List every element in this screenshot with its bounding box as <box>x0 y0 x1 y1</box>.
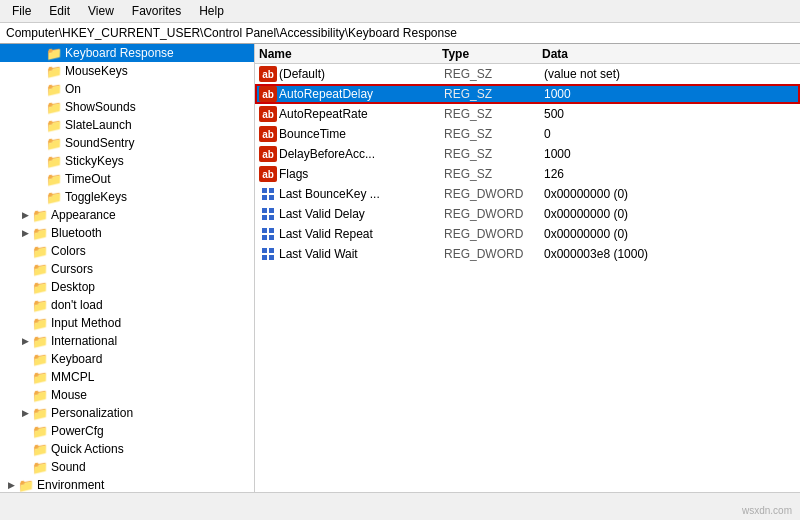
reg-icon-bouncetime: ab <box>259 126 277 142</box>
reg-icon-flags: ab <box>259 166 277 182</box>
tree-item-stickykeys[interactable]: 📁StickyKeys <box>0 152 254 170</box>
tree-item-sound[interactable]: 📁Sound <box>0 458 254 476</box>
tree-label-cursors: Cursors <box>51 262 93 276</box>
tree-item-cursors[interactable]: 📁Cursors <box>0 260 254 278</box>
reg-name-flags: Flags <box>279 167 444 181</box>
folder-icon-togglekeys: 📁 <box>46 190 62 204</box>
tree-item-desktop[interactable]: 📁Desktop <box>0 278 254 296</box>
tree-label-colors: Colors <box>51 244 86 258</box>
folder-icon-personalization: 📁 <box>32 406 48 420</box>
folder-icon-desktop: 📁 <box>32 280 48 294</box>
svg-rect-13 <box>269 248 274 253</box>
tree-item-mmcpl[interactable]: 📁MMCPL <box>0 368 254 386</box>
folder-icon-environment: 📁 <box>18 478 34 492</box>
reg-name-lastvaliddelay: Last Valid Delay <box>279 207 444 221</box>
reg-name-lastvalidwait: Last Valid Wait <box>279 247 444 261</box>
reg-icon-lastvalidrepeat <box>259 226 277 242</box>
tree-panel[interactable]: 📁Keyboard Response📁MouseKeys📁On📁ShowSoun… <box>0 44 255 492</box>
tree-item-bluetooth[interactable]: 📁Bluetooth <box>0 224 254 242</box>
tree-label-keyboard: Keyboard <box>51 352 102 366</box>
tree-item-quickactions[interactable]: 📁Quick Actions <box>0 440 254 458</box>
tree-item-international[interactable]: 📁International <box>0 332 254 350</box>
reg-row-lastvaliddelay[interactable]: Last Valid DelayREG_DWORD0x00000000 (0) <box>255 204 800 224</box>
tree-label-slatelaunch: SlateLaunch <box>65 118 132 132</box>
folder-icon-mouse: 📁 <box>32 388 48 402</box>
tree-item-showsounds[interactable]: 📁ShowSounds <box>0 98 254 116</box>
tree-item-on[interactable]: 📁On <box>0 80 254 98</box>
folder-icon-stickykeys: 📁 <box>46 154 62 168</box>
registry-panel: Name Type Data ab(Default)REG_SZ(value n… <box>255 44 800 492</box>
reg-icon-default: ab <box>259 66 277 82</box>
reg-name-lastvalidrepeat: Last Valid Repeat <box>279 227 444 241</box>
tree-label-bluetooth: Bluetooth <box>51 226 102 240</box>
registry-rows: ab(Default)REG_SZ(value not set)abAutoRe… <box>255 64 800 264</box>
reg-type-flags: REG_SZ <box>444 167 544 181</box>
tree-label-environment: Environment <box>37 478 104 492</box>
svg-rect-6 <box>262 215 267 220</box>
menu-file[interactable]: File <box>4 2 39 20</box>
tree-label-on: On <box>65 82 81 96</box>
tree-item-powercfg[interactable]: 📁PowerCfg <box>0 422 254 440</box>
reg-row-lastbouncekey[interactable]: Last BounceKey ...REG_DWORD0x00000000 (0… <box>255 184 800 204</box>
tree-label-quickactions: Quick Actions <box>51 442 124 456</box>
col-header-name: Name <box>259 47 442 61</box>
expand-arrow-bluetooth[interactable] <box>18 228 32 238</box>
menu-favorites[interactable]: Favorites <box>124 2 189 20</box>
reg-icon-autorepeatdelay: ab <box>259 86 277 102</box>
tree-item-appearance[interactable]: 📁Appearance <box>0 206 254 224</box>
tree-item-togglekeys[interactable]: 📁ToggleKeys <box>0 188 254 206</box>
tree-item-mousekeys[interactable]: 📁MouseKeys <box>0 62 254 80</box>
tree-item-personalization[interactable]: 📁Personalization <box>0 404 254 422</box>
tree-item-mouse[interactable]: 📁Mouse <box>0 386 254 404</box>
tree-label-keyboard-response: Keyboard Response <box>65 46 174 60</box>
folder-icon-on: 📁 <box>46 82 62 96</box>
folder-icon-quickactions: 📁 <box>32 442 48 456</box>
folder-icon-international: 📁 <box>32 334 48 348</box>
expand-arrow-personalization[interactable] <box>18 408 32 418</box>
tree-item-dontload[interactable]: 📁don't load <box>0 296 254 314</box>
statusbar <box>0 492 800 512</box>
menu-edit[interactable]: Edit <box>41 2 78 20</box>
main-content: 📁Keyboard Response📁MouseKeys📁On📁ShowSoun… <box>0 44 800 492</box>
tree-item-keyboard-response[interactable]: 📁Keyboard Response <box>0 44 254 62</box>
reg-row-autorepeatdelay[interactable]: abAutoRepeatDelayREG_SZ1000 <box>255 84 800 104</box>
menubar: File Edit View Favorites Help <box>0 0 800 23</box>
reg-icon-delaybeforeacc: ab <box>259 146 277 162</box>
svg-rect-1 <box>269 188 274 193</box>
reg-row-autorepeatrate[interactable]: abAutoRepeatRateREG_SZ500 <box>255 104 800 124</box>
expand-arrow-appearance[interactable] <box>18 210 32 220</box>
tree-item-inputmethod[interactable]: 📁Input Method <box>0 314 254 332</box>
menu-view[interactable]: View <box>80 2 122 20</box>
reg-name-lastbouncekey: Last BounceKey ... <box>279 187 444 201</box>
menu-help[interactable]: Help <box>191 2 232 20</box>
folder-icon-mousekeys: 📁 <box>46 64 62 78</box>
tree-item-timeout[interactable]: 📁TimeOut <box>0 170 254 188</box>
addressbar: Computer\HKEY_CURRENT_USER\Control Panel… <box>0 23 800 44</box>
reg-row-default[interactable]: ab(Default)REG_SZ(value not set) <box>255 64 800 84</box>
tree-item-soundsentry[interactable]: 📁SoundSentry <box>0 134 254 152</box>
tree-label-mouse: Mouse <box>51 388 87 402</box>
reg-row-bouncetime[interactable]: abBounceTimeREG_SZ0 <box>255 124 800 144</box>
tree-item-environment[interactable]: 📁Environment <box>0 476 254 492</box>
tree-item-slatelaunch[interactable]: 📁SlateLaunch <box>0 116 254 134</box>
expand-arrow-environment[interactable] <box>4 480 18 490</box>
tree-label-timeout: TimeOut <box>65 172 111 186</box>
reg-data-autorepeatrate: 500 <box>544 107 796 121</box>
tree-item-colors[interactable]: 📁Colors <box>0 242 254 260</box>
expand-arrow-international[interactable] <box>18 336 32 346</box>
reg-type-bouncetime: REG_SZ <box>444 127 544 141</box>
svg-rect-11 <box>269 235 274 240</box>
reg-name-autorepeatrate: AutoRepeatRate <box>279 107 444 121</box>
reg-data-bouncetime: 0 <box>544 127 796 141</box>
tree-label-stickykeys: StickyKeys <box>65 154 124 168</box>
reg-data-lastvaliddelay: 0x00000000 (0) <box>544 207 796 221</box>
folder-icon-colors: 📁 <box>32 244 48 258</box>
reg-row-flags[interactable]: abFlagsREG_SZ126 <box>255 164 800 184</box>
folder-icon-soundsentry: 📁 <box>46 136 62 150</box>
reg-row-lastvalidwait[interactable]: Last Valid WaitREG_DWORD0x000003e8 (1000… <box>255 244 800 264</box>
tree-item-keyboard[interactable]: 📁Keyboard <box>0 350 254 368</box>
reg-row-delaybeforeacc[interactable]: abDelayBeforeAcc...REG_SZ1000 <box>255 144 800 164</box>
tree-label-mousekeys: MouseKeys <box>65 64 128 78</box>
reg-row-lastvalidrepeat[interactable]: Last Valid RepeatREG_DWORD0x00000000 (0) <box>255 224 800 244</box>
reg-data-autorepeatdelay: 1000 <box>544 87 796 101</box>
